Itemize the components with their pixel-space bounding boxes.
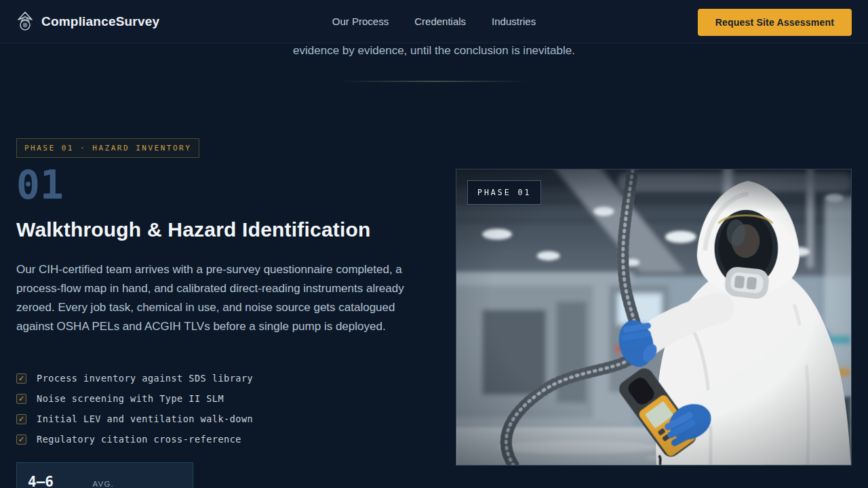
- stat-value: 4–6 hrs: [28, 474, 85, 488]
- page: ComplianceSurvey Our Process Credentials…: [0, 0, 868, 488]
- checklist-item: ✓ Noise screening with Type II SLM: [16, 392, 396, 405]
- avg-walkthrough-stat: 4–6 hrs AVG. WALKTHROUGH: [16, 462, 193, 488]
- brand[interactable]: ComplianceSurvey: [16, 12, 159, 32]
- phase-checklist: ✓ Process inventory against SDS library …: [16, 371, 396, 453]
- brand-name: ComplianceSurvey: [41, 14, 159, 29]
- phase-number: 01: [16, 165, 64, 205]
- nav-links: Our Process Credentials Industries: [332, 16, 536, 27]
- checklist-item: ✓ Regulatory citation cross-reference: [16, 432, 396, 446]
- phase-photo: PHASE 01: [456, 169, 852, 466]
- hero-tail-line: evidence by evidence, until the conclusi…: [0, 44, 868, 58]
- checkbox-checked-icon: ✓: [16, 414, 26, 424]
- checklist-item: ✓ Initial LEV and ventilation walk-down: [16, 412, 396, 426]
- nav-link-credentials[interactable]: Credentials: [414, 16, 466, 27]
- section-divider: [340, 81, 528, 82]
- checklist-item: ✓ Process inventory against SDS library: [16, 371, 396, 385]
- checklist-item-label: Regulatory citation cross-reference: [37, 434, 241, 445]
- checkbox-checked-icon: ✓: [16, 434, 26, 445]
- checklist-item-label: Initial LEV and ventilation walk-down: [37, 413, 253, 424]
- checkbox-checked-icon: ✓: [16, 373, 26, 384]
- phase-description: Our CIH-certified team arrives with a pr…: [16, 260, 415, 336]
- stat-label: AVG. WALKTHROUGH: [93, 480, 182, 488]
- checklist-item-label: Process inventory against SDS library: [37, 373, 253, 384]
- phase-title: Walkthrough & Hazard Identification: [16, 218, 423, 241]
- phase-badge: PHASE 01 · HAZARD INVENTORY: [16, 138, 199, 158]
- photo-phase-tag: PHASE 01: [467, 180, 541, 205]
- request-site-assessment-button[interactable]: Request Site Assessment: [698, 9, 852, 36]
- factory-technician-illustration: [456, 169, 851, 465]
- brand-emblem-icon: [16, 12, 34, 32]
- nav-link-industries[interactable]: Industries: [492, 16, 536, 27]
- checklist-item-label: Noise screening with Type II SLM: [37, 393, 224, 404]
- navbar: ComplianceSurvey Our Process Credentials…: [0, 0, 868, 43]
- nav-link-our-process[interactable]: Our Process: [332, 16, 389, 27]
- checkbox-checked-icon: ✓: [16, 394, 26, 404]
